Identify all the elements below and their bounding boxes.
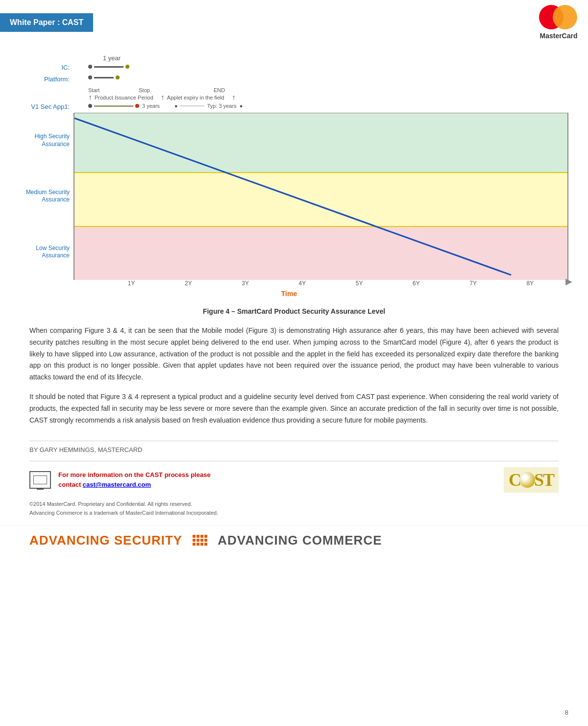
- x-label-5y: 5Y: [331, 280, 388, 287]
- grid-dot: [200, 539, 203, 542]
- ic-row: IC:: [10, 64, 568, 71]
- body-paragraph-2: It should be noted that Figure 3 & 4 rep…: [29, 391, 559, 426]
- monitor-icon: [29, 471, 51, 489]
- mc-circle-right: [553, 5, 577, 29]
- cast-email-link[interactable]: cast@mastercard.com: [83, 481, 151, 488]
- grid-dot: [204, 539, 207, 542]
- ic-dot2: [125, 65, 129, 69]
- high-assurance-label: High SecurityAssurance: [10, 133, 70, 148]
- end-label: END: [214, 87, 225, 93]
- chart-section: 1 year IC: Platform: Start S: [10, 54, 568, 302]
- v1-label: V1 Sec App1:: [10, 103, 74, 110]
- grid-dot: [196, 539, 199, 542]
- copyright-line1: ©2014 MasterCard. Proprietary and Confid…: [29, 500, 559, 509]
- by-line: BY GARY HEMMINGS, MASTERCARD: [29, 446, 559, 453]
- issuance-labels: ↑ Product Issuance Period ↑ Applet expir…: [74, 93, 568, 102]
- v1-dot2: [135, 104, 139, 108]
- zone-labels: High SecurityAssurance Medium SecurityAs…: [10, 113, 74, 280]
- x-label-3y: 3Y: [217, 280, 274, 287]
- x-label-8y: 8Y: [502, 280, 559, 287]
- start-label: Start: [88, 87, 99, 93]
- mastercard-text: MasterCard: [539, 32, 577, 40]
- grid-icon: [193, 535, 207, 546]
- cast-logo-st: ST: [534, 470, 554, 490]
- x-axis-arrow: ▶: [565, 276, 572, 287]
- advancing-security-text: ADVANCING SECURITY: [29, 533, 182, 548]
- year-label: 1 year: [103, 54, 121, 62]
- page-number: 8: [565, 709, 568, 716]
- product-issuance-label: Product Issuance Period: [95, 95, 153, 100]
- info-line2: contact: [58, 481, 83, 488]
- grid-dot: [193, 539, 196, 542]
- body-paragraph-1: When comparing Figure 3 & 4, it can be s…: [29, 325, 559, 383]
- platform-label: Platform:: [10, 75, 74, 83]
- zones-area: High SecurityAssurance Medium SecurityAs…: [10, 113, 568, 280]
- copyright: ©2014 MasterCard. Proprietary and Confid…: [29, 500, 559, 517]
- grid-dot: [200, 535, 203, 538]
- mastercard-logo: MasterCard: [529, 0, 588, 45]
- footer-section: BY GARY HEMMINGS, MASTERCARD For more in…: [29, 441, 559, 493]
- v1-row: V1 Sec App1: 3 years ● Typ: 3 years ●: [10, 103, 568, 110]
- header-title: White Paper : CAST: [0, 13, 93, 32]
- grid-dot: [204, 535, 207, 538]
- ic-label-col: IC:: [10, 64, 74, 71]
- v1-dot1: [88, 104, 92, 108]
- green-zone: [74, 113, 567, 172]
- applet-expiry-label: Applet expiry in the field: [167, 95, 224, 100]
- body-text: When comparing Figure 3 & 4, it can be s…: [29, 325, 559, 426]
- v1-line2: [180, 105, 204, 106]
- grid-dot: [196, 543, 199, 546]
- cast-logo-text: C: [509, 470, 520, 490]
- page-header: White Paper : CAST MasterCard: [0, 0, 588, 45]
- ic-timeline: [74, 64, 568, 71]
- x-labels-row: 1Y 2Y 3Y 4Y 5Y 6Y 7Y 8Y: [74, 280, 568, 287]
- yellow-zone: [74, 172, 567, 226]
- cast-logo-circle: [519, 472, 535, 488]
- info-row: For more information on the CAST process…: [29, 461, 559, 493]
- low-assurance-label: Low SecurityAssurance: [10, 245, 70, 260]
- v1-label-col: V1 Sec App1:: [10, 103, 74, 110]
- cast-logo-box: C ST: [504, 467, 559, 493]
- x-label-4y: 4Y: [274, 280, 331, 287]
- grid-dot: [196, 535, 199, 538]
- stop-label: Stop: [139, 87, 150, 93]
- zone-chart: ▶: [74, 113, 568, 280]
- info-line1: For more information on the CAST process…: [58, 471, 211, 478]
- grid-dot: [204, 543, 207, 546]
- x-label-6y: 6Y: [388, 280, 444, 287]
- platform-label-col: Platform:: [10, 75, 74, 83]
- v1-timeline: 3 years ● Typ: 3 years ●: [74, 103, 568, 110]
- start-stop-end: Start Stop END: [74, 87, 568, 93]
- grid-dot: [200, 543, 203, 546]
- v1-years: 3 years: [142, 103, 160, 109]
- copyright-line2: Advancing Commerce is a trademark of Mas…: [29, 509, 559, 518]
- platform-row: Platform:: [10, 75, 568, 83]
- figure-caption: Figure 4 – SmartCard Product Security As…: [0, 307, 588, 315]
- medium-assurance-label: Medium SecurityAssurance: [10, 189, 70, 204]
- v1-dot3: ●: [174, 103, 178, 109]
- advancing-commerce-text: ADVANCING COMMERCE: [218, 533, 382, 548]
- platform-line1: [94, 77, 114, 78]
- ic-line: [94, 66, 123, 68]
- platform-timeline: [74, 75, 568, 83]
- time-label: Time: [10, 290, 568, 298]
- grid-dot: [193, 543, 196, 546]
- v1-line1: [94, 105, 133, 107]
- info-text: For more information on the CAST process…: [58, 470, 211, 491]
- x-label-7y: 7Y: [445, 280, 502, 287]
- year-label-row: 1 year: [74, 54, 568, 62]
- v1-dot4: ●: [240, 103, 243, 109]
- bottom-banner: ADVANCING SECURITY ADVANCING COMMERCE: [0, 525, 588, 555]
- platform-dot2: [116, 75, 120, 79]
- ic-dot1: [88, 65, 92, 69]
- x-label-1y: 1Y: [103, 280, 160, 287]
- platform-dot1: [88, 75, 92, 79]
- ic-label: IC:: [10, 64, 74, 71]
- grid-dot: [193, 535, 196, 538]
- mastercard-circles: [539, 5, 578, 29]
- x-label-2y: 2Y: [160, 280, 217, 287]
- red-zone: [74, 226, 567, 280]
- typ-years: Typ: 3 years: [207, 103, 237, 109]
